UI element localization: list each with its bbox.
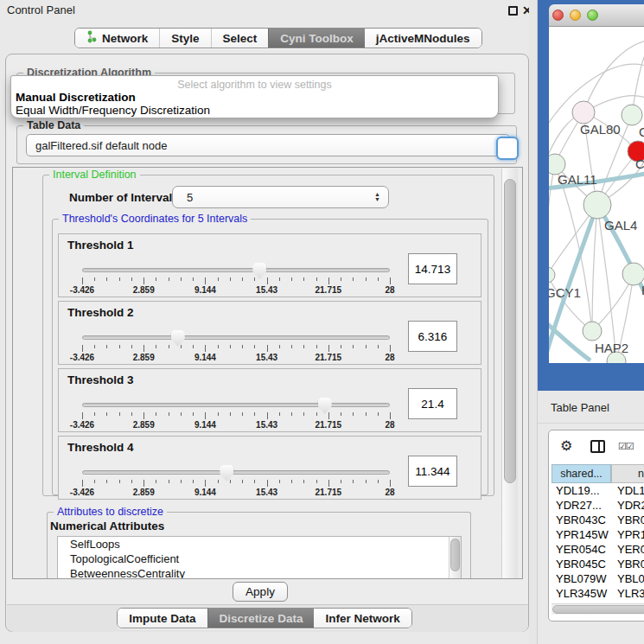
threshold-slider-track[interactable] <box>82 470 390 475</box>
tab-style[interactable]: Style <box>159 29 210 48</box>
tab-select[interactable]: Select <box>211 29 269 48</box>
slider-tick-label: 9.144 <box>194 285 216 295</box>
column-header-shared-name[interactable]: shared... <box>552 464 611 483</box>
slider-tick-labels: -3.4262.8599.14415.4321.71528 <box>82 285 390 296</box>
threshold-slider-track[interactable] <box>82 403 390 407</box>
slider-tick <box>279 480 280 483</box>
panel-splitter[interactable] <box>529 0 538 644</box>
minimize-traffic-light-icon[interactable] <box>570 10 581 21</box>
slider-tick <box>316 412 317 416</box>
cell-shared-name[interactable]: YIL052C <box>552 602 611 603</box>
cell-name[interactable]: YPR1 <box>611 528 644 541</box>
slider-tick <box>328 412 329 419</box>
slider-tick <box>378 345 379 348</box>
network-node-hap2[interactable] <box>583 322 602 341</box>
threshold-value-field[interactable]: 21.4 <box>408 388 457 419</box>
numerical-attributes-list[interactable]: SelfLoopsTopologicalCoefficientBetweenne… <box>57 536 462 579</box>
close-traffic-light-icon[interactable] <box>552 10 564 21</box>
tab-discretize-data[interactable]: Discretize Data <box>207 609 315 628</box>
network-node-partial-top-right[interactable] <box>622 105 642 125</box>
cell-name[interactable]: YIL0 <box>611 602 641 603</box>
slider-tick <box>267 412 268 419</box>
network-node-gal80[interactable] <box>572 101 595 124</box>
network-node-gal4[interactable] <box>583 191 611 219</box>
zoom-traffic-light-icon[interactable] <box>587 10 598 21</box>
cell-name[interactable]: YBL0 <box>611 572 644 585</box>
table-row[interactable]: YDR27...YDR2 <box>552 498 644 513</box>
slider-tick <box>279 277 280 281</box>
slider-tick <box>218 345 219 348</box>
table-hscrollbar-thumb[interactable] <box>552 605 644 614</box>
column-checkboxes-icon[interactable]: ☑☑ <box>618 441 634 452</box>
gear-icon[interactable]: ⚙ <box>560 437 572 454</box>
attribute-item-topologicalcoefficient[interactable]: TopologicalCoefficient <box>58 552 461 566</box>
threshold-slider-track[interactable] <box>82 335 390 340</box>
table-data-combobox[interactable]: galFiltered.sif default node ▲▼ <box>26 134 510 156</box>
attributes-scrollbar-thumb[interactable] <box>450 539 460 571</box>
network-node-label: GCY1 <box>549 285 581 300</box>
slider-tick-label: 2.859 <box>133 488 155 497</box>
slider-tick <box>254 412 255 416</box>
slider-tick <box>242 480 243 483</box>
table-row[interactable]: YBR043CYBR0 <box>552 513 644 527</box>
tab-network[interactable]: Network <box>75 29 159 48</box>
table-row[interactable]: YBR045CYBR0 <box>552 557 644 571</box>
algorithm-option-equal-width[interactable]: Equal Width/Frequency Discretization <box>15 104 494 117</box>
threshold-label: Threshold 4 <box>67 441 134 454</box>
table-row[interactable]: YBL079WYBL0 <box>552 571 644 586</box>
threshold-value-field[interactable]: 11.344 <box>408 456 457 487</box>
network-edge[interactable] <box>583 41 644 112</box>
table-row[interactable]: YPR145WYPR1 <box>552 527 644 542</box>
network-canvas[interactable]: GAL80GACGAL11GAL4GCY1HHAP2 <box>549 27 644 363</box>
slider-tick <box>119 345 120 348</box>
cell-name[interactable]: YBR0 <box>611 558 644 571</box>
cell-shared-name[interactable]: YDR27... <box>552 499 611 512</box>
table-row[interactable]: YDL19...YDL1 <box>552 483 644 498</box>
cell-name[interactable]: YBR0 <box>611 513 644 526</box>
cell-name[interactable]: YDR2 <box>611 499 644 512</box>
number-of-intervals-combobox[interactable]: 5 ▲▼ <box>172 186 389 208</box>
tab-jactivemnodules[interactable]: jActiveMNodules <box>365 29 481 48</box>
table-hscrollbar-track[interactable] <box>552 603 644 615</box>
settings-scrollbar-thumb[interactable] <box>504 179 516 483</box>
threshold-value-field[interactable]: 6.316 <box>408 321 457 352</box>
cell-shared-name[interactable]: YPR145W <box>552 528 611 541</box>
threshold-slider-track[interactable] <box>82 268 390 272</box>
cell-shared-name[interactable]: YLR345W <box>552 587 611 600</box>
slider-tick <box>181 345 182 348</box>
tab-label: jActiveMNodules <box>376 32 470 45</box>
table-row[interactable]: YLR345WYLR3 <box>552 586 644 601</box>
attribute-item-selfloops[interactable]: SelfLoops <box>58 537 461 552</box>
tab-cyni-toolbox[interactable]: Cyni Toolbox <box>268 29 365 48</box>
attributes-scrollbar-track[interactable] <box>449 537 461 579</box>
cell-shared-name[interactable]: YBR043C <box>552 513 611 526</box>
apply-button[interactable]: Apply <box>233 582 288 602</box>
settings-scrollbar-track[interactable] <box>501 169 518 578</box>
table-row[interactable]: YER054CYER0 <box>552 542 644 557</box>
split-columns-icon[interactable] <box>590 440 605 453</box>
table-row[interactable]: YIL052CYIL0 <box>552 601 644 603</box>
slider-tick-label: 9.144 <box>194 420 216 430</box>
table-body: YDL19...YDL1YDR27...YDR2YBR043CYBR0YPR14… <box>552 483 644 603</box>
algorithm-option-manual[interactable]: Manual Discretization <box>15 91 494 104</box>
cell-shared-name[interactable]: YER054C <box>552 543 611 556</box>
cell-name[interactable]: YDL1 <box>611 484 644 497</box>
column-header-name[interactable]: n <box>611 464 644 483</box>
cell-shared-name[interactable]: YBR045C <box>552 558 611 571</box>
algorithm-combobox-focus-fragment[interactable] <box>496 137 519 160</box>
cell-shared-name[interactable]: YDL19... <box>552 484 611 497</box>
cell-name[interactable]: YER0 <box>611 543 644 556</box>
slider-tick <box>353 345 354 348</box>
network-node-label: GA <box>639 124 644 139</box>
tab-infer-network[interactable]: Infer Network <box>314 609 411 628</box>
attribute-item-betweennesscentrality[interactable]: BetweennessCentrality <box>58 566 461 579</box>
network-edge[interactable] <box>549 164 555 275</box>
network-node-gcy1[interactable] <box>549 267 555 283</box>
threshold-value-field[interactable]: 14.713 <box>408 253 457 284</box>
cell-shared-name[interactable]: YBL079W <box>552 572 611 585</box>
tab-impute-data[interactable]: Impute Data <box>118 609 207 628</box>
network-window-titlebar[interactable] <box>549 4 644 27</box>
float-window-icon[interactable] <box>508 6 518 16</box>
cell-name[interactable]: YLR3 <box>611 587 644 600</box>
network-node-label: C <box>635 156 644 171</box>
